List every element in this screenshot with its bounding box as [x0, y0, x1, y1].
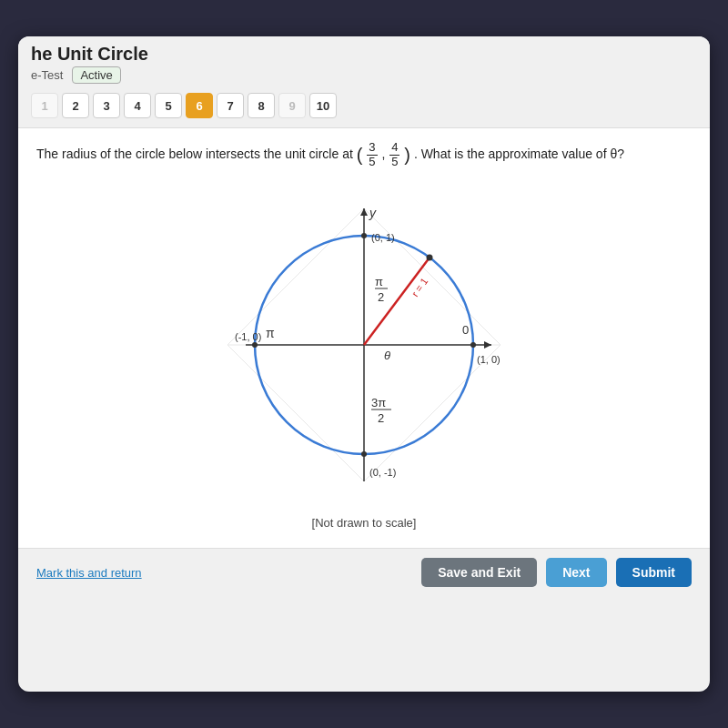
nav-tabs: 1 2 3 4 5 6 7 8 9 10 [31, 89, 697, 124]
right-label: (1, 0) [477, 354, 500, 365]
comma: , [381, 147, 385, 161]
svg-point-12 [361, 233, 367, 238]
theta-label: θ [384, 349, 390, 362]
subtitle-row: e-Test Active [31, 66, 697, 84]
top-label: (0, 1) [371, 232, 395, 243]
fraction-2-num: 4 [389, 141, 399, 155]
tab-6[interactable]: 6 [186, 93, 213, 118]
status-badge: Active [72, 66, 120, 84]
screen: he Unit Circle e-Test Active 1 2 3 4 5 6… [0, 0, 728, 728]
tab-9[interactable]: 9 [278, 93, 306, 118]
svg-point-15 [361, 451, 367, 457]
page-title: he Unit Circle [31, 44, 697, 65]
action-buttons: Save and Exit Next Submit [421, 558, 692, 587]
unit-circle-diagram: y (0, 1) (1, 0) (-1, 0) (0, -1) [209, 181, 519, 509]
svg-point-14 [252, 342, 258, 348]
tab-7[interactable]: 7 [217, 93, 244, 118]
close-paren: ) [404, 145, 410, 165]
content-area: The radius of the circle below intersect… [18, 128, 710, 548]
fraction-2: 4 5 [389, 141, 399, 168]
submit-button[interactable]: Submit [616, 558, 692, 587]
mark-and-return-link[interactable]: Mark this and return [36, 566, 142, 580]
open-paren: ( [357, 145, 363, 165]
header: he Unit Circle e-Test Active 1 2 3 4 5 6… [18, 36, 710, 128]
tab-8[interactable]: 8 [248, 93, 275, 118]
fraction-1-num: 3 [367, 141, 377, 155]
bottom-label: (0, -1) [369, 467, 396, 478]
tab-10[interactable]: 10 [309, 93, 337, 118]
not-to-scale-label: [Not drawn to scale] [36, 516, 692, 530]
next-button[interactable]: Next [546, 558, 606, 587]
three-pi-half-label: 3π [371, 396, 386, 410]
test-label: e-Test [31, 68, 63, 82]
tab-5[interactable]: 5 [155, 93, 182, 118]
svg-marker-10 [360, 208, 368, 216]
fraction-2-den: 5 [389, 156, 399, 168]
zero-label: 0 [462, 323, 469, 337]
svg-marker-9 [484, 341, 491, 349]
fraction-1-den: 5 [367, 156, 377, 168]
tab-1[interactable]: 1 [31, 93, 58, 118]
y-axis-label: y [369, 206, 377, 220]
svg-line-0 [364, 208, 500, 345]
left-label: (-1, 0) [235, 331, 261, 342]
pi-half-label: π [375, 275, 383, 288]
svg-line-5 [364, 345, 500, 481]
svg-point-18 [427, 255, 433, 261]
question-text-after: . What is the approximate value of θ? [414, 147, 624, 161]
save-exit-button[interactable]: Save and Exit [421, 558, 537, 587]
three-pi-half-den: 2 [378, 411, 384, 425]
svg-point-13 [470, 342, 476, 348]
svg-line-2 [228, 208, 364, 345]
tablet: he Unit Circle e-Test Active 1 2 3 4 5 6… [18, 36, 710, 692]
question-text-before: The radius of the circle below intersect… [36, 147, 353, 161]
tab-3[interactable]: 3 [93, 93, 120, 118]
fraction-1: 3 5 [367, 141, 377, 168]
tab-4[interactable]: 4 [124, 93, 151, 118]
diagram-area: y (0, 1) (1, 0) (-1, 0) (0, -1) [36, 181, 692, 509]
question-text: The radius of the circle below intersect… [36, 141, 692, 168]
footer: Mark this and return Save and Exit Next … [18, 548, 710, 596]
svg-line-4 [228, 345, 364, 481]
tab-2[interactable]: 2 [62, 93, 89, 118]
pi-label: π [266, 326, 275, 340]
svg-line-11 [364, 258, 430, 345]
pi-half-den: 2 [378, 290, 384, 304]
